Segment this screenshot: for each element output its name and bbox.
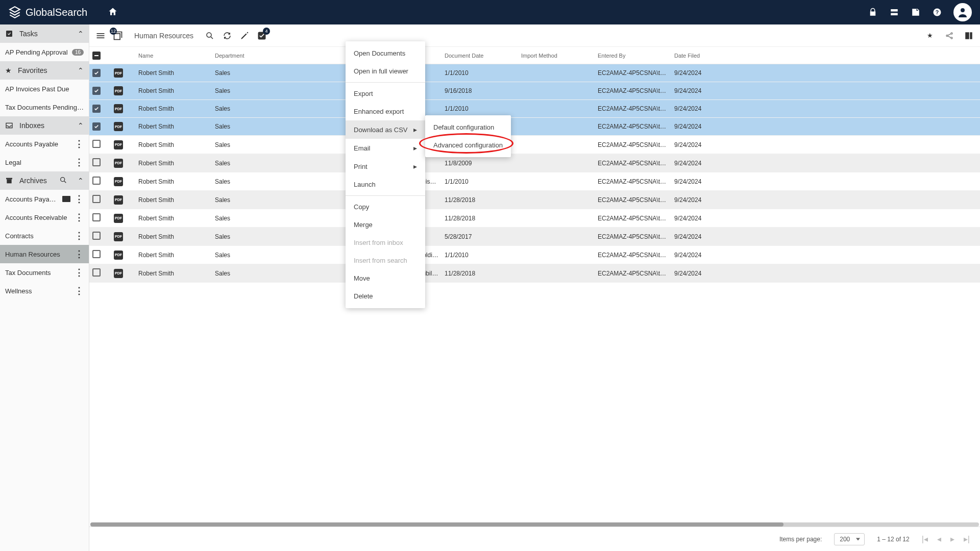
sidebar-item[interactable]: Tax Documents Pending Inde… [0,98,89,116]
table-row[interactable]: PDFRobert SmithSalesExit Interview11/28/… [89,209,980,228]
row-checkbox[interactable] [92,122,101,131]
table-row[interactable]: PDFRobert SmithSalesDirect Deposit1/1/20… [89,64,980,82]
cell-import [518,209,595,228]
layout-icon[interactable] [964,31,974,41]
row-checkbox[interactable] [92,177,101,185]
table-row[interactable]: PDFRobert SmithSalesW-4 - Federal Withho… [89,246,980,264]
svg-rect-1 [891,13,898,16]
edit-note-icon[interactable] [911,7,921,17]
lock-icon[interactable] [868,7,878,17]
column-header[interactable]: Department [212,47,365,64]
column-header[interactable]: Import Method [518,47,595,64]
sidebar-item[interactable]: Tax Documents⋮ [0,263,89,282]
sidebar-item[interactable]: Legal⋮ [0,153,89,171]
table-row[interactable]: PDFRobert SmithSalesration1/1/2010EC2AMA… [89,100,980,118]
storage-icon[interactable] [889,7,899,17]
menu-item[interactable]: Move [346,269,425,287]
row-checkbox[interactable] [92,268,101,277]
sidebar-item[interactable]: Human Resources⋮ [0,245,89,263]
table-row[interactable]: PDFRobert SmithSalesConfidentiality/Non … [89,172,980,191]
bulk-check-button[interactable]: 4 [257,31,267,41]
column-header[interactable]: Date Filed [671,47,980,64]
sidebar-item[interactable]: Accounts Payable⋮ [0,135,89,153]
table-row[interactable]: PDFRobert SmithSales6/15/2018EC2AMAZ-4P5… [89,118,980,136]
menu-item[interactable]: Email▸ [346,139,425,157]
menu-item[interactable]: Copy [346,198,425,216]
more-icon[interactable]: ⋮ [75,285,84,296]
column-header[interactable]: Name [135,47,212,64]
table-row[interactable]: PDFRobert SmithSalesI9 - Employment Elig… [89,264,980,283]
chevron-up-icon[interactable]: ⌃ [78,30,84,38]
more-icon[interactable]: ⋮ [75,212,84,223]
edit-icon[interactable] [239,31,250,41]
column-header[interactable] [89,47,111,64]
horizontal-scrollbar[interactable] [90,522,979,527]
row-checkbox[interactable] [92,140,101,148]
sidebar-section-tasks[interactable]: Tasks ⌃ [0,24,89,43]
first-page-button[interactable]: |◂ [922,534,928,544]
menu-item[interactable]: Download as CSV▸ [346,120,425,139]
more-icon[interactable]: ⋮ [75,230,84,241]
items-per-page-select[interactable]: 200 [834,533,865,545]
user-avatar[interactable] [953,3,972,21]
last-page-button[interactable]: ▸| [964,534,970,544]
sidebar-item[interactable]: Wellness⋮ [0,282,89,300]
sidebar-item[interactable]: Accounts Payable⋮ [0,190,89,208]
refresh-icon[interactable] [222,31,232,41]
column-header[interactable]: Entered By [595,47,671,64]
sidebar-item[interactable]: AP Invoices Past Due [0,80,89,98]
select-all-checkbox[interactable] [92,52,101,60]
more-icon[interactable]: ⋮ [75,157,84,168]
row-checkbox[interactable] [92,232,101,240]
menu-item[interactable]: Export [346,85,425,103]
row-checkbox[interactable] [92,69,101,77]
menu-item[interactable]: Print▸ [346,157,425,176]
search-refresh-icon[interactable] [205,31,215,41]
row-checkbox[interactable] [92,87,101,95]
menu-item[interactable]: Enhanced export [346,103,425,120]
column-header[interactable]: Document Date [442,47,518,64]
menu-icon[interactable] [95,31,106,41]
more-icon[interactable]: ⋮ [75,193,84,205]
home-button[interactable] [108,7,118,18]
sidebar-item[interactable]: Accounts Receivable⋮ [0,208,89,227]
svg-rect-10 [97,33,105,34]
chevron-up-icon[interactable]: ⌃ [78,66,84,74]
menu-item[interactable]: Delete [346,287,425,305]
table-row[interactable]: PDFRobert SmithSalesApplication11/8/2009… [89,154,980,172]
tabs-button[interactable]: 12 [113,31,123,41]
row-checkbox[interactable] [92,158,101,166]
search-icon[interactable] [59,176,67,186]
help-icon[interactable]: ? [932,7,942,17]
menu-item[interactable]: Open Documents [346,44,425,62]
row-checkbox[interactable] [92,213,101,221]
chevron-up-icon[interactable]: ⌃ [78,121,84,130]
sidebar-section-archives[interactable]: Archives ⌃ [0,171,89,190]
sidebar-section-favorites[interactable]: ★ Favorites ⌃ [0,61,89,80]
more-icon[interactable]: ⋮ [75,138,84,149]
row-checkbox[interactable] [92,105,101,113]
star-icon[interactable]: ★ [925,31,935,41]
share-icon[interactable] [944,31,954,41]
prev-page-button[interactable]: ◂ [937,534,941,544]
table-row[interactable]: PDFRobert SmithSalesReference Release11/… [89,191,980,209]
table-row[interactable]: PDFRobert SmithSalesTimecard9/16/2018EC2… [89,82,980,100]
sidebar-item[interactable]: AP Pending Approval16 [0,43,89,61]
table-row[interactable]: PDFRobert SmithSalesChange of Status For… [89,136,980,154]
cell-docdate: 5/28/2017 [442,228,518,246]
menu-item[interactable]: Open in full viewer [346,62,425,80]
next-page-button[interactable]: ▸ [950,534,954,544]
table-row[interactable]: PDFRobert SmithSalesDisciplinary Action5… [89,228,980,246]
row-checkbox[interactable] [92,195,101,203]
column-header[interactable] [111,47,135,64]
more-icon[interactable]: ⋮ [75,248,84,260]
submenu-item[interactable]: Advanced configuration [425,136,511,154]
menu-item[interactable]: Launch [346,176,425,193]
more-icon[interactable]: ⋮ [75,267,84,278]
chevron-up-icon[interactable]: ⌃ [78,177,84,185]
row-checkbox[interactable] [92,250,101,258]
submenu-item[interactable]: Default configuration [425,118,511,136]
sidebar-section-inboxes[interactable]: Inboxes ⌃ [0,116,89,135]
sidebar-item[interactable]: Contracts⋮ [0,227,89,245]
menu-item[interactable]: Merge [346,216,425,234]
